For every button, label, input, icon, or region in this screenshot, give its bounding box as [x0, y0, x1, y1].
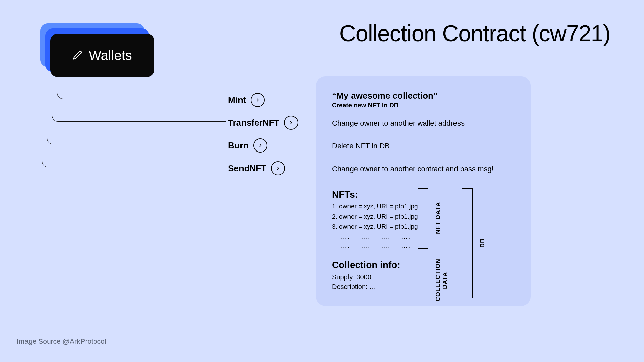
action-burn: Burn — [228, 138, 267, 153]
burn-description: Delete NFT in DB — [332, 142, 515, 150]
send-description: Change owner to another contract and pas… — [332, 165, 515, 173]
action-mint: Mint — [228, 93, 265, 107]
chevron-right-icon — [271, 161, 285, 175]
mint-description: Create new NFT in DB — [332, 102, 515, 109]
label-db: DB — [479, 235, 486, 251]
label-collection-data: COLLECTION DATA — [435, 259, 448, 302]
panel-row-send: Change owner to another contract and pas… — [332, 165, 515, 173]
panel-row-mint: “My awesome collection” Create new NFT i… — [332, 90, 515, 109]
chevron-right-icon — [253, 138, 267, 153]
action-label: Mint — [228, 95, 246, 105]
chevron-right-icon — [251, 93, 265, 107]
action-label: SendNFT — [228, 163, 266, 174]
branches: Mint TransferNFT Burn SendNFT — [42, 52, 293, 193]
panel-row-burn: Delete NFT in DB — [332, 142, 515, 150]
action-label: Burn — [228, 140, 249, 151]
transfer-description: Change owner to another wallet address — [332, 119, 515, 128]
action-transfer-nft: TransferNFT — [228, 116, 298, 130]
bracket-db — [462, 188, 473, 298]
action-label: TransferNFT — [228, 118, 279, 128]
action-send-nft: SendNFT — [228, 161, 285, 175]
panel-row-transfer: Change owner to another wallet address — [332, 119, 515, 128]
branch-line — [42, 79, 226, 167]
image-source-credit: Image Source @ArkProtocol — [17, 337, 106, 345]
chevron-right-icon — [284, 116, 298, 130]
label-nft-data: NFT DATA — [435, 198, 442, 238]
page-title: Collection Contract (cw721) — [339, 20, 610, 46]
collection-name: “My awesome collection” — [332, 90, 515, 101]
bracket-nft-data — [418, 188, 428, 249]
bracket-collection-data — [418, 260, 428, 298]
